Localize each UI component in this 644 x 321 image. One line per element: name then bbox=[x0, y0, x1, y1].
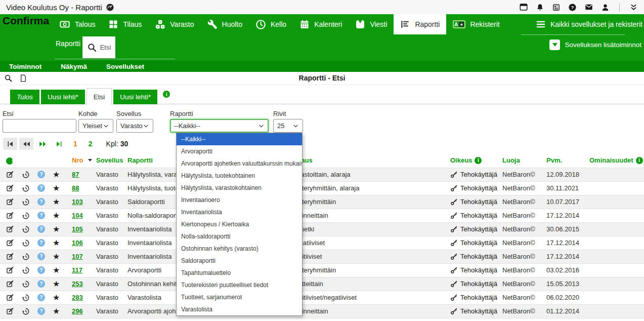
raportti-select[interactable]: --Kaikki-- bbox=[170, 119, 269, 133]
dropdown-option[interactable]: Tuotteet, sarjanumerot bbox=[177, 291, 302, 303]
nav-item-raportti[interactable]: Raportti bbox=[394, 14, 446, 34]
dropdown-option[interactable]: Kiertonopeus / Kiertoaika bbox=[177, 218, 302, 230]
report-number-link[interactable]: 107 bbox=[72, 253, 83, 260]
report-number-link[interactable]: 283 bbox=[72, 294, 83, 301]
report-number-link[interactable]: 117 bbox=[72, 266, 82, 274]
help-icon[interactable]: ? bbox=[568, 3, 577, 12]
dropdown-option[interactable]: Arvoraportti ajohetken valuuttakurssin m… bbox=[177, 157, 302, 170]
favorite-star-icon[interactable] bbox=[53, 253, 60, 261]
favorite-star-icon[interactable] bbox=[53, 184, 60, 192]
last-page-button[interactable] bbox=[52, 138, 66, 150]
nav-item-kalenteri[interactable]: Kalenteri bbox=[293, 14, 349, 34]
edit-icon[interactable] bbox=[6, 184, 14, 192]
dropdown-option[interactable]: Hälytyslista, varastokohtainen bbox=[177, 182, 302, 194]
menu-sovellukset[interactable]: Sovellukset bbox=[106, 63, 144, 70]
history-icon[interactable] bbox=[22, 239, 30, 247]
favorite-star-icon[interactable] bbox=[53, 266, 60, 274]
page-number-2[interactable]: 2 bbox=[89, 140, 93, 148]
tab-tulos[interactable]: Tulos bbox=[10, 90, 39, 104]
dropdown-option[interactable]: Saldoraportti bbox=[177, 255, 302, 267]
report-number-link[interactable]: 105 bbox=[72, 225, 83, 233]
tab-etsi[interactable]: Etsi bbox=[87, 88, 112, 105]
history-icon[interactable] bbox=[22, 307, 30, 315]
dropdown-option[interactable]: --Kaikki-- bbox=[177, 133, 302, 145]
dropdown-option[interactable]: Varastolista bbox=[177, 303, 302, 315]
sovellus-select[interactable]: Varasto bbox=[116, 119, 153, 133]
dropdown-option[interactable]: Tapahtumaluettelo bbox=[177, 267, 302, 279]
favorite-star-icon[interactable] bbox=[53, 198, 60, 206]
dropdown-option[interactable]: Tuoterekisteri puutteelliset tiedot bbox=[177, 279, 302, 291]
app-extra-actions[interactable]: Sovelluksen lisätoiminnot bbox=[549, 39, 641, 50]
rivit-select[interactable]: 25 bbox=[273, 119, 303, 133]
history-icon[interactable] bbox=[22, 266, 30, 274]
row-help-icon[interactable] bbox=[37, 253, 45, 260]
dropdown-option[interactable]: Inventaariolista bbox=[177, 206, 302, 218]
row-help-icon[interactable] bbox=[37, 280, 45, 288]
menu-toiminnot[interactable]: Toiminnot bbox=[9, 63, 41, 70]
column-header-luoja[interactable]: Luoja bbox=[501, 153, 544, 168]
dropdown-option[interactable]: Nolla-saldoraportti bbox=[177, 230, 302, 243]
row-help-icon[interactable] bbox=[37, 171, 45, 178]
info-icon[interactable] bbox=[475, 157, 482, 164]
report-number-link[interactable]: 296 bbox=[72, 307, 83, 315]
collapse-double-chevron-icon[interactable] bbox=[629, 3, 638, 12]
favorite-star-icon[interactable] bbox=[53, 225, 60, 233]
row-help-icon[interactable] bbox=[37, 212, 45, 219]
info-icon[interactable] bbox=[6, 157, 13, 165]
history-icon[interactable] bbox=[22, 198, 30, 206]
edit-icon[interactable] bbox=[6, 253, 14, 261]
nav-item-kello[interactable]: Kello bbox=[249, 14, 293, 34]
info-icon[interactable] bbox=[163, 91, 170, 98]
column-header-sovellus[interactable]: Sovellus bbox=[96, 153, 126, 168]
page-number-1[interactable]: 1 bbox=[73, 140, 77, 148]
dropdown-option[interactable]: Arvoraportti bbox=[177, 145, 302, 157]
history-icon[interactable] bbox=[22, 294, 30, 302]
row-help-icon[interactable] bbox=[37, 266, 45, 274]
favorite-star-icon[interactable] bbox=[53, 280, 60, 288]
nav-item-viesti[interactable]: Viesti bbox=[349, 14, 394, 34]
previous-page-button[interactable] bbox=[19, 138, 33, 150]
tab-uusi-lehti-2[interactable]: Uusi lehti* bbox=[113, 90, 157, 104]
favorite-star-icon[interactable] bbox=[53, 171, 60, 179]
report-number-link[interactable]: 106 bbox=[72, 239, 83, 247]
report-number-link[interactable]: 253 bbox=[72, 280, 83, 288]
edit-icon[interactable] bbox=[6, 212, 14, 220]
favorite-star-icon[interactable] bbox=[53, 212, 60, 220]
favorite-star-icon[interactable] bbox=[53, 307, 60, 315]
all-apps-menu[interactable]: Kaikki sovellukset ja rekisterit bbox=[536, 14, 644, 34]
row-help-icon[interactable] bbox=[37, 294, 45, 301]
edit-icon[interactable] bbox=[6, 280, 14, 288]
first-page-button[interactable] bbox=[3, 138, 17, 150]
dropdown-option[interactable]: Hälytyslista, tuotekohtainen bbox=[177, 170, 302, 182]
user-icon[interactable] bbox=[601, 3, 610, 12]
nav-item-huolto[interactable]: Huolto bbox=[201, 14, 249, 34]
next-page-button[interactable] bbox=[35, 138, 50, 150]
history-icon[interactable] bbox=[22, 171, 30, 179]
tab-uusi-lehti-1[interactable]: Uusi lehti* bbox=[41, 90, 85, 104]
report-number-link[interactable]: 88 bbox=[72, 184, 79, 192]
nav-item-talous[interactable]: Talous bbox=[53, 14, 102, 34]
report-number-link[interactable]: 103 bbox=[72, 198, 83, 206]
edit-icon[interactable] bbox=[6, 294, 14, 302]
edit-icon[interactable] bbox=[6, 266, 14, 274]
menu-nakyma[interactable]: Näkymä bbox=[61, 63, 87, 70]
column-header-pvm[interactable]: Pvm. bbox=[544, 153, 589, 168]
history-icon[interactable] bbox=[22, 212, 30, 220]
row-help-icon[interactable] bbox=[37, 184, 45, 192]
row-help-icon[interactable] bbox=[37, 239, 45, 247]
edit-icon[interactable] bbox=[6, 239, 14, 247]
mail-icon[interactable] bbox=[584, 3, 593, 12]
info-icon[interactable] bbox=[636, 157, 643, 164]
history-icon[interactable] bbox=[22, 253, 30, 261]
nav-item-rekisterit[interactable]: A★ Rekisterit bbox=[446, 14, 506, 34]
column-header-oikeus[interactable]: Oikeus bbox=[445, 153, 501, 168]
edit-icon[interactable] bbox=[6, 171, 14, 179]
history-icon[interactable] bbox=[22, 280, 30, 288]
favorite-star-icon[interactable] bbox=[53, 239, 60, 247]
search-input[interactable] bbox=[3, 119, 76, 133]
notifications-bell-icon[interactable] bbox=[536, 3, 544, 12]
report-number-link[interactable]: 87 bbox=[72, 171, 79, 178]
row-help-icon[interactable] bbox=[37, 198, 45, 206]
favorite-star-icon[interactable] bbox=[53, 294, 60, 302]
row-help-icon[interactable] bbox=[37, 225, 45, 233]
